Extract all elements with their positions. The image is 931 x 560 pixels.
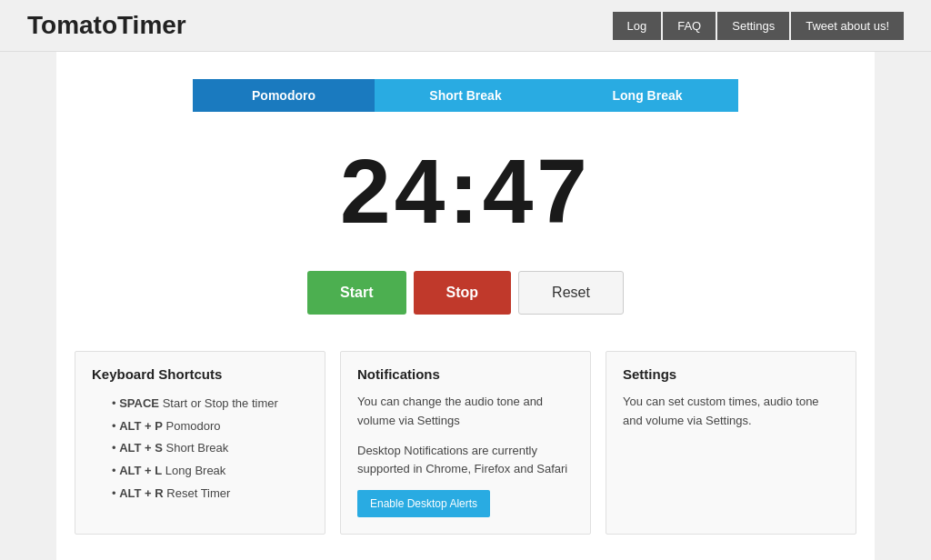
tweet-button[interactable]: Tweet about us! <box>791 12 904 40</box>
shortcut-alt-s: ALT + S Short Break <box>108 437 308 460</box>
reset-button[interactable]: Reset <box>518 271 624 315</box>
start-button[interactable]: Start <box>307 271 405 315</box>
settings-panel: Settings You can set custom times, audio… <box>606 351 856 535</box>
timer-tabs: Pomodoro Short Break Long Break <box>193 79 738 112</box>
shortcut-alt-l: ALT + L Long Break <box>108 460 308 483</box>
tab-pomodoro[interactable]: Pomodoro <box>193 79 375 112</box>
shortcut-space: SPACE Start or Stop the timer <box>108 393 308 415</box>
app-title: TomatoTimer <box>27 11 186 40</box>
main-content: Pomodoro Short Break Long Break 24:47 St… <box>56 52 875 560</box>
header-nav: Log FAQ Settings Tweet about us! <box>613 12 904 40</box>
settings-panel-text: You can set custom times, audio tone and… <box>623 393 839 431</box>
notifications-text1: You can change the audio tone and volume… <box>357 393 574 431</box>
settings-nav-button[interactable]: Settings <box>717 12 789 40</box>
shortcut-alt-r: ALT + R Reset Timer <box>108 483 308 505</box>
shortcuts-list: SPACE Start or Stop the timer ALT + P Po… <box>92 393 308 505</box>
faq-button[interactable]: FAQ <box>663 12 716 40</box>
shortcuts-panel: Keyboard Shortcuts SPACE Start or Stop t… <box>75 351 325 535</box>
shortcut-alt-p: ALT + P Pomodoro <box>108 415 308 438</box>
timer-display: 24:47 <box>75 139 856 244</box>
notifications-text2: Desktop Notifications are currently supp… <box>357 442 574 480</box>
shortcuts-title: Keyboard Shortcuts <box>92 366 308 382</box>
enable-alerts-button[interactable]: Enable Desktop Alerts <box>357 490 490 517</box>
stop-button[interactable]: Stop <box>414 271 512 315</box>
log-button[interactable]: Log <box>613 12 662 40</box>
tab-short-break[interactable]: Short Break <box>375 79 556 112</box>
notifications-title: Notifications <box>357 366 574 382</box>
notifications-panel: Notifications You can change the audio t… <box>340 351 591 535</box>
settings-panel-title: Settings <box>623 366 839 382</box>
tab-long-break[interactable]: Long Break <box>556 79 738 112</box>
timer-controls: Start Stop Reset <box>75 271 856 315</box>
header: TomatoTimer Log FAQ Settings Tweet about… <box>0 0 931 52</box>
info-panels: Keyboard Shortcuts SPACE Start or Stop t… <box>75 351 856 535</box>
